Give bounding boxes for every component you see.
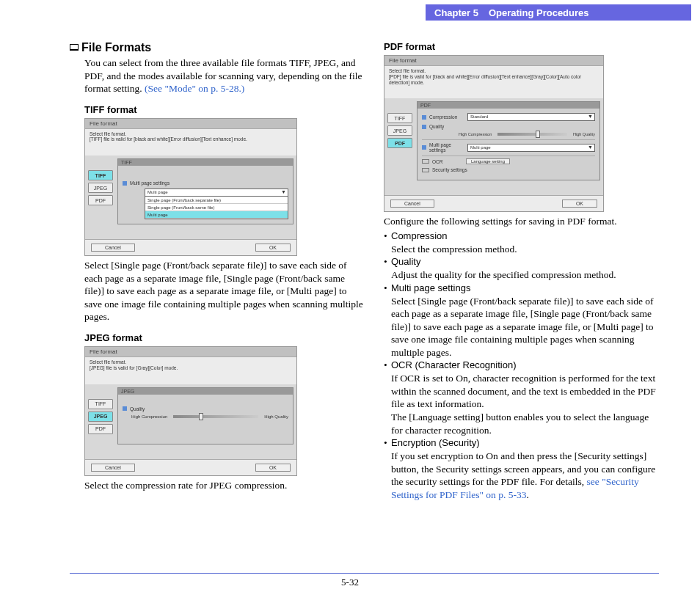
chapter-title: Operating Procedures (489, 7, 589, 18)
tiff-multipage-dropdown[interactable]: Multi page (145, 189, 288, 197)
tiff-tab-tiff[interactable]: TIFF (88, 170, 113, 180)
pdf-help-text: Select file format. [PDF] file is valid … (384, 66, 603, 98)
pdf-tab-jpeg[interactable]: JPEG (387, 125, 412, 136)
section-title: File Formats (70, 41, 363, 54)
jpeg-dialog-title: File format (85, 347, 296, 357)
pdf-bullet-list: •CompressionSelect the compression metho… (384, 230, 659, 501)
jpeg-quality-slider[interactable] (173, 415, 258, 418)
pdf-heading: PDF format (384, 41, 659, 52)
mode-link[interactable]: (See "Mode" on p. 5-28.) (145, 83, 244, 94)
tiff-option-2[interactable]: Multi page (145, 211, 288, 219)
tiff-option-1[interactable]: Single page (Front/back same file) (145, 204, 288, 211)
jpeg-cancel-button[interactable]: Cancel (91, 464, 135, 472)
jpeg-caption: Select the compression rate for JPEG com… (84, 479, 363, 492)
section-intro: You can select from the three available … (84, 56, 363, 95)
tiff-option-0[interactable]: Single page (Front/back separate file) (145, 197, 288, 204)
tiff-ok-button[interactable]: OK (255, 244, 291, 252)
pdf-dialog-title: File format (384, 56, 603, 66)
jpeg-ok-button[interactable]: OK (255, 464, 291, 472)
pdf-quality-slider[interactable] (497, 133, 567, 136)
tiff-cancel-button[interactable]: Cancel (91, 244, 135, 252)
jpeg-tab-tiff[interactable]: TIFF (88, 399, 113, 409)
jpeg-tab-jpeg[interactable]: JPEG (88, 411, 113, 422)
pdf-bullet-compression-label: Compression (391, 230, 448, 241)
jpeg-tab-pdf[interactable]: PDF (88, 424, 113, 434)
page-number: 5-32 (0, 577, 700, 588)
pdf-screenshot: File format Select file format. [PDF] fi… (384, 55, 604, 212)
pdf-ocr-checkbox[interactable] (422, 159, 429, 164)
page-content: File Formats You can select from the thr… (70, 41, 659, 556)
section-bullet-icon (70, 44, 79, 51)
pdf-security-checkbox[interactable] (422, 168, 429, 172)
footer-rule (70, 573, 659, 574)
pdf-bullet-multipage-label: Multi page settings (391, 282, 470, 293)
jpeg-help-text: Select file format. [JPEG] file is valid… (85, 357, 296, 384)
jpeg-screenshot: File format Select file format. [JPEG] f… (84, 346, 297, 476)
pdf-bullet-quality-label: Quality (391, 256, 420, 267)
pdf-compression-dropdown[interactable]: Standard (467, 113, 595, 121)
bullet-icon (123, 406, 127, 411)
tiff-screenshot: File format Select file format. [TIFF] f… (84, 118, 297, 257)
tiff-tab-jpeg[interactable]: JPEG (88, 183, 113, 193)
bullet-icon (123, 181, 127, 186)
tiff-heading: TIFF format (84, 104, 363, 115)
pdf-tab-pdf[interactable]: PDF (387, 138, 412, 148)
pdf-multipage-dropdown[interactable]: Multi page (467, 144, 595, 152)
pdf-cancel-button[interactable]: Cancel (390, 200, 434, 208)
tiff-dialog-title: File format (85, 119, 296, 129)
pdf-language-button[interactable]: Language setting (466, 158, 510, 164)
jpeg-heading: JPEG format (84, 332, 363, 343)
pdf-tab-tiff[interactable]: TIFF (387, 113, 412, 123)
chapter-header: Chapter 5 Operating Procedures (426, 4, 691, 21)
pdf-caption-intro: Configure the following settings for sav… (384, 215, 659, 228)
chapter-number: Chapter 5 (434, 7, 478, 18)
pdf-bullet-ocr-label: OCR (Character Recognition) (391, 359, 517, 370)
tiff-tab-pdf[interactable]: PDF (88, 195, 113, 205)
tiff-caption: Select [Single page (Front/back separate… (84, 259, 363, 323)
tiff-help-text: Select file format. [TIFF] file is valid… (85, 129, 296, 156)
pdf-ok-button[interactable]: OK (562, 200, 597, 208)
tiff-dropdown-list: Single page (Front/back separate file) S… (145, 196, 288, 219)
pdf-bullet-encryption-label: Encryption (Security) (391, 437, 480, 448)
